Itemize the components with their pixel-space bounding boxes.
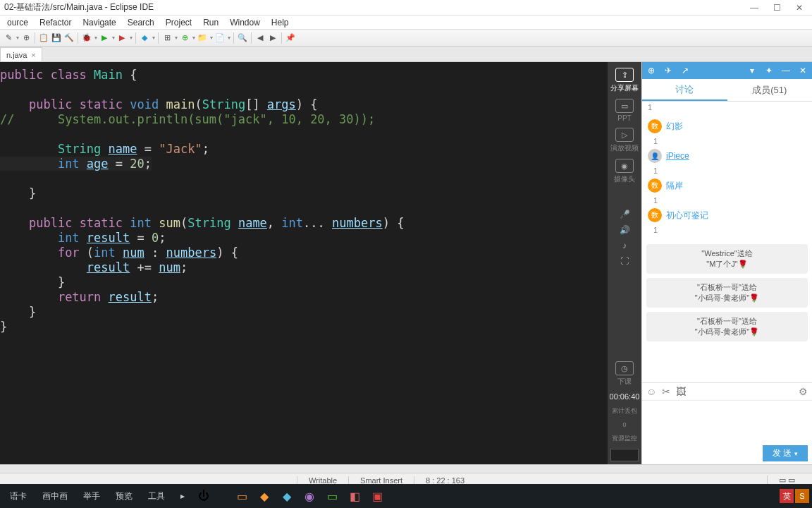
participant-row[interactable]: 数 初心可鉴记 [648, 206, 806, 224]
menu-project[interactable]: Project [160, 18, 197, 28]
close-button[interactable]: ✕ [791, 2, 808, 13]
packet-loss-label: 累计丢包 [612, 406, 637, 416]
mic-button[interactable]: 🎤 [610, 210, 639, 219]
code-editor[interactable]: public class Main { public static void m… [0, 62, 608, 464]
gear-icon[interactable]: ⚙ [799, 386, 808, 397]
editor-tabs: n.java × [0, 47, 812, 62]
open-type-icon[interactable]: ⊕ [20, 32, 32, 44]
task-item[interactable]: 工具 [141, 486, 172, 506]
camera-button[interactable]: ◉ 摄像头 [610, 159, 639, 184]
menu-refactor[interactable]: Refactor [34, 18, 77, 28]
app-icon-1[interactable]: ▭ [231, 486, 252, 506]
participant-row[interactable]: 数 幻影 [648, 117, 806, 135]
star-icon[interactable]: ✦ [764, 66, 774, 75]
ime-indicator-2[interactable]: S [795, 489, 809, 503]
task-item[interactable]: 语卡 [3, 486, 34, 506]
participant-row[interactable]: 数 隔岸 [648, 176, 806, 195]
minimize-button[interactable]: — [746, 2, 763, 13]
new-class-icon[interactable]: ⊕ [179, 32, 190, 44]
chat-minimize-icon[interactable]: — [781, 66, 791, 75]
build-icon[interactable]: 🔨 [63, 32, 75, 44]
tab-members[interactable]: 成员(51) [727, 79, 813, 101]
play-video-button[interactable]: ▷ 演放视频 [610, 128, 639, 153]
search-icon[interactable]: 🔍 [237, 32, 248, 44]
ext-icon[interactable]: ◆ [139, 32, 150, 44]
task-item[interactable]: 预览 [109, 486, 140, 506]
run-icon[interactable]: ▶ [99, 32, 110, 44]
packet-loss-value: 0 [622, 421, 626, 428]
task-item[interactable]: 画中画 [35, 486, 75, 506]
gift-message: "Westrice"送给 "M了个J"🌹 [646, 244, 808, 274]
dropdown-icon[interactable]: ▾ [747, 66, 757, 75]
menu-search[interactable]: Search [122, 18, 160, 28]
participants-list: 数 幻影 1 👤 iPiece 1 数 隔岸 1 数 初心可鉴记 1 [642, 113, 812, 240]
coverage-icon[interactable]: ▶ [116, 32, 128, 44]
music-button[interactable]: ♪ [610, 241, 639, 250]
share-icon: ⇪ [615, 68, 634, 82]
forward-icon[interactable]: ▶ [267, 32, 278, 44]
debug-icon[interactable]: 🐞 [81, 32, 92, 44]
task-item[interactable]: 举手 [76, 486, 107, 506]
app-icon-2[interactable]: ◆ [254, 486, 275, 506]
play-icon: ▷ [615, 128, 634, 142]
ppt-button[interactable]: ▭ PPT [610, 99, 639, 122]
horizontal-scrollbar[interactable] [0, 464, 812, 473]
gift-message: "石板桥一哥"送给 "小码哥-黄老师"🌹 [646, 278, 808, 308]
top-count: 1 [642, 102, 812, 113]
share-screen-button[interactable]: ⇪ 分享屏幕 [610, 68, 639, 93]
resource-label: 资源监控 [612, 434, 637, 443]
send-button[interactable]: 发 送▾ [763, 445, 808, 461]
eclipse-icon[interactable]: ◉ [299, 486, 320, 506]
avatar: 数 [648, 208, 662, 222]
volume-button[interactable]: 🔊 [610, 225, 639, 235]
editor-tab-main[interactable]: n.java × [0, 47, 42, 61]
menu-run[interactable]: Run [197, 18, 224, 28]
avatar: 数 [648, 119, 662, 133]
tab-discuss[interactable]: 讨论 [642, 79, 727, 101]
chat-panel: ⊕ ✈ ↗ ▾ ✦ — ✕ 讨论 成员(51) 1 数 幻影 1 [641, 62, 812, 464]
menu-source[interactable]: ource [1, 18, 34, 28]
new-folder-icon[interactable]: 📁 [197, 32, 208, 44]
menu-navigate[interactable]: Navigate [77, 18, 121, 28]
share-out-icon[interactable]: ↗ [680, 66, 690, 75]
expand-button[interactable]: ⛶ [610, 256, 639, 266]
compass-icon[interactable]: ⊕ [646, 66, 656, 75]
status-writable: Writable [297, 476, 348, 485]
task-arrow[interactable]: ▸ [173, 486, 192, 506]
powerpoint-icon[interactable]: ▣ [367, 486, 388, 506]
new-pkg-icon[interactable]: ⊞ [161, 32, 173, 44]
window-titlebar: 02-基础语法/src/Main.java - Eclipse IDE — ☐ … [0, 0, 812, 16]
chat-close-icon[interactable]: ✕ [798, 66, 808, 75]
taskbar: 语卡 画中画 举手 预览 工具 ▸ ⏻ ▭ ◆ ◆ ◉ ▭ ◧ ▣ 英 S [0, 484, 812, 508]
status-position: 8 : 22 : 163 [414, 476, 476, 485]
menu-window[interactable]: Window [224, 18, 266, 28]
plane-icon[interactable]: ✈ [663, 66, 673, 75]
back-icon[interactable]: ◀ [254, 32, 266, 44]
power-icon[interactable]: ⏻ [193, 486, 214, 506]
workspace: public class Main { public static void m… [0, 62, 812, 464]
paste-icon[interactable]: 📋 [38, 32, 49, 44]
app-icon-3[interactable]: ◆ [276, 486, 297, 506]
new-file-icon[interactable]: 📄 [214, 32, 226, 44]
scissors-icon[interactable]: ✂ [662, 386, 670, 397]
pin-icon[interactable]: 📌 [285, 32, 296, 44]
save-icon[interactable]: 💾 [51, 32, 62, 44]
app-icon-6[interactable]: ◧ [344, 486, 365, 506]
chat-input[interactable] [642, 400, 812, 442]
resource-graph [610, 449, 639, 461]
elapsed-time: 00:06:40 [610, 392, 640, 401]
messages-area: "Westrice"送给 "M了个J"🌹 "石板桥一哥"送给 "小码哥-黄老师"… [642, 240, 812, 382]
menu-help[interactable]: Help [266, 18, 295, 28]
ime-indicator[interactable]: 英 [780, 489, 794, 503]
wand-icon[interactable]: ✎ [3, 32, 14, 44]
maximize-button[interactable]: ☐ [768, 2, 785, 13]
tab-close-icon[interactable]: × [31, 51, 35, 59]
avatar: 数 [648, 179, 662, 193]
editor-tab-label: n.java [6, 51, 27, 59]
participant-row[interactable]: 👤 iPiece [648, 147, 806, 165]
gift-message: "石板桥一哥"送给 "小码哥-黄老师"🌹 [646, 312, 808, 341]
app-icon-5[interactable]: ▭ [321, 486, 343, 506]
end-class-button[interactable]: ◷ 下课 [610, 361, 639, 387]
image-icon[interactable]: 🖼 [676, 386, 686, 397]
emoji-icon[interactable]: ☺ [646, 386, 656, 397]
